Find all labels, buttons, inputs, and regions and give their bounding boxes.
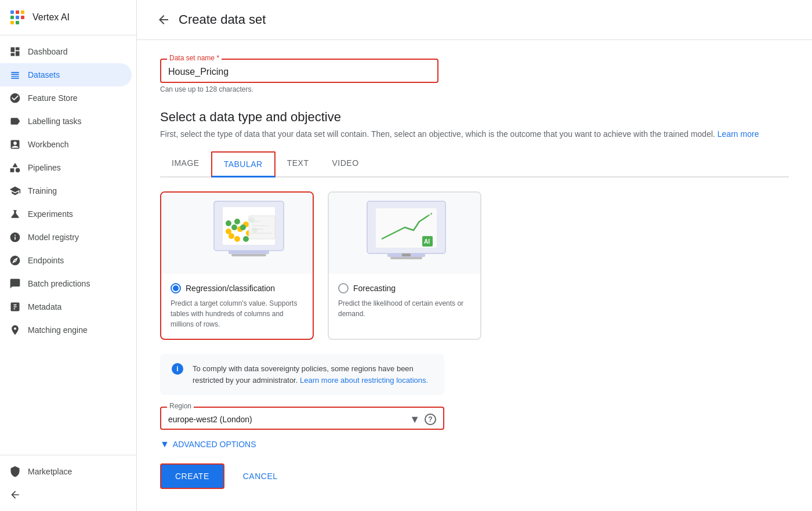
tab-video[interactable]: VIDEO [320, 151, 370, 177]
card-forecasting[interactable]: AI Forecasting Predict the likelihood of… [328, 191, 481, 340]
tab-tabular[interactable]: TABULAR [211, 151, 276, 177]
info-text: To comply with data sovereignty policies… [193, 363, 433, 386]
sidebar-item-metadata[interactable]: Metadata [0, 295, 132, 318]
card-forecasting-image: AI [329, 193, 480, 274]
sidebar-item-model-registry-label: Model registry [28, 233, 79, 242]
region-group: Region europe-west2 (London) us-central1… [160, 407, 789, 430]
svg-text:AI: AI [424, 238, 430, 245]
svg-point-21 [240, 224, 246, 230]
sidebar-item-workbench-label: Workbench [28, 140, 69, 149]
svg-rect-6 [10, 21, 14, 24]
page-title: Create data set [179, 12, 266, 27]
batch-predictions-icon [9, 278, 21, 289]
advanced-options-row[interactable]: ▼ ADVANCED OPTIONS [160, 439, 789, 450]
sidebar-item-matching-engine-label: Matching engine [28, 325, 88, 335]
card-regression[interactable]: Regression/classification Predict a targ… [160, 191, 314, 340]
radio-forecasting[interactable] [338, 283, 349, 293]
svg-rect-1 [16, 10, 19, 14]
create-button[interactable]: CREATE [160, 463, 224, 489]
region-select[interactable]: europe-west2 (London) us-central1 (Iowa)… [168, 412, 409, 426]
info-link[interactable]: Learn more about restricting locations. [300, 376, 428, 385]
sidebar-item-model-registry[interactable]: Model registry [0, 226, 132, 249]
sidebar-item-pipelines[interactable]: Pipelines [0, 156, 132, 179]
svg-point-25 [243, 236, 249, 242]
form-content: Data set name * Can use up to 128 charac… [137, 40, 812, 508]
card-forecasting-label: Forecasting [353, 284, 396, 293]
svg-rect-13 [231, 254, 266, 256]
sidebar-item-labelling-tasks[interactable]: Labelling tasks [0, 110, 132, 133]
sidebar-item-dashboard[interactable]: Dashboard [0, 40, 132, 63]
card-forecasting-body: Forecasting Predict the likelihood of ce… [329, 274, 480, 328]
sidebar-item-dashboard-label: Dashboard [28, 47, 68, 56]
sidebar-item-matching-engine[interactable]: Matching engine [0, 318, 132, 342]
sidebar-item-endpoints[interactable]: Endpoints [0, 249, 132, 272]
dataset-name-input[interactable] [168, 64, 430, 79]
pipelines-icon [9, 162, 21, 173]
svg-rect-35 [390, 257, 422, 259]
dataset-name-label: Data set name * [167, 54, 222, 62]
svg-rect-5 [21, 16, 24, 19]
card-regression-radio-row: Regression/classification [171, 283, 303, 293]
region-label: Region [167, 402, 194, 410]
sidebar-item-metadata-label: Metadata [28, 302, 61, 311]
svg-rect-4 [16, 16, 19, 19]
sidebar-item-labelling-label: Labelling tasks [28, 117, 82, 126]
back-button[interactable] [155, 12, 172, 28]
svg-point-8 [16, 168, 20, 173]
dropdown-arrow-icon: ▼ [409, 414, 420, 426]
svg-rect-27 [249, 216, 275, 239]
sidebar-item-marketplace-label: Marketplace [28, 467, 72, 476]
sidebar-bottom: Marketplace [0, 455, 136, 511]
section-desc: First, select the type of data that your… [160, 129, 789, 139]
sidebar-item-datasets[interactable]: Datasets [0, 63, 132, 86]
datasets-icon [9, 69, 21, 81]
cancel-button[interactable]: CANCEL [234, 465, 287, 488]
region-wrapper: Region europe-west2 (London) us-central1… [160, 407, 444, 430]
card-regression-label: Regression/classification [186, 284, 275, 293]
sidebar-item-experiments[interactable]: Experiments [0, 202, 132, 226]
tab-image[interactable]: IMAGE [160, 151, 211, 177]
card-regression-desc: Predict a target column's value. Support… [171, 298, 303, 329]
svg-point-24 [231, 224, 237, 230]
svg-point-20 [234, 219, 240, 224]
collapse-icon [9, 489, 21, 501]
section-title: Select a data type and objective [160, 110, 789, 125]
sidebar-item-endpoints-label: Endpoints [28, 256, 64, 265]
sidebar-item-training[interactable]: Training [0, 179, 132, 202]
tab-text[interactable]: TEXT [276, 151, 321, 177]
card-forecasting-radio-row: Forecasting [338, 283, 471, 293]
svg-rect-3 [10, 16, 14, 19]
sidebar-nav: Dashboard Datasets Feature Store Labelli… [0, 35, 136, 455]
endpoints-icon [9, 255, 21, 266]
objective-cards: Regression/classification Predict a targ… [160, 191, 789, 340]
sidebar-item-collapse[interactable] [0, 483, 132, 506]
radio-regression[interactable] [171, 283, 181, 293]
sidebar-header: Vertex AI [0, 0, 136, 35]
dashboard-icon [9, 46, 21, 57]
form-buttons: CREATE CANCEL [160, 463, 789, 489]
app-name: Vertex AI [32, 12, 70, 23]
svg-point-22 [226, 220, 231, 226]
svg-rect-12 [229, 251, 269, 254]
svg-rect-9 [10, 168, 14, 172]
svg-point-16 [234, 236, 240, 242]
svg-rect-39 [402, 253, 411, 256]
sidebar-item-batch-predictions[interactable]: Batch predictions [0, 272, 132, 295]
learn-more-link[interactable]: Learn more [717, 129, 759, 139]
model-registry-icon [9, 231, 21, 243]
app-logo [9, 9, 26, 26]
help-icon[interactable]: ? [425, 414, 436, 425]
sidebar-item-marketplace[interactable]: Marketplace [0, 460, 132, 483]
sidebar-item-workbench[interactable]: Workbench [0, 133, 132, 156]
svg-rect-2 [21, 10, 24, 14]
main-content-area: Create data set Data set name * Can use … [137, 0, 812, 511]
marketplace-icon [9, 466, 21, 477]
card-regression-body: Regression/classification Predict a targ… [161, 274, 313, 339]
svg-point-18 [226, 229, 231, 234]
matching-engine-icon [9, 324, 21, 336]
experiments-icon [9, 208, 21, 220]
card-regression-image [161, 193, 313, 274]
chevron-down-icon: ▼ [160, 439, 169, 450]
sidebar-item-feature-store[interactable]: Feature Store [0, 86, 132, 110]
workbench-icon [9, 139, 21, 150]
